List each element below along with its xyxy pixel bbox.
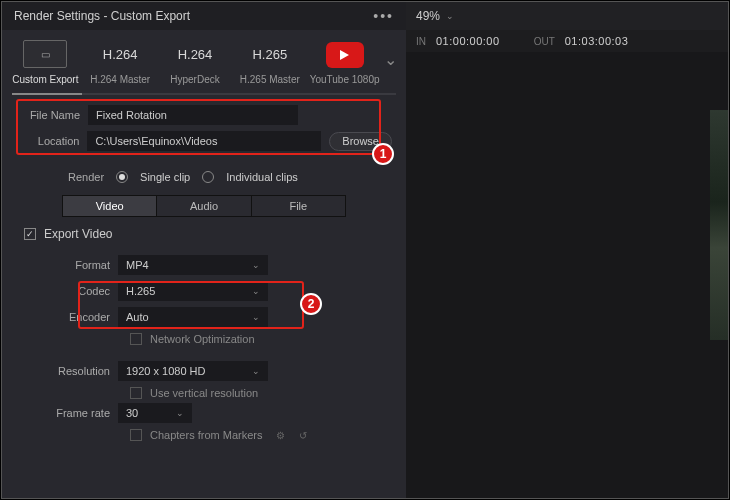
format-label: Format [16, 259, 110, 271]
filename-input[interactable] [88, 105, 298, 125]
settings-tabs: Video Audio File [62, 195, 346, 217]
encoder-label: Encoder [16, 311, 110, 323]
framerate-select[interactable]: 30⌄ [118, 403, 192, 423]
tab-file[interactable]: File [252, 196, 345, 216]
render-settings-panel: Render Settings - Custom Export ••• ▭ Cu… [2, 2, 406, 498]
chevron-down-icon[interactable]: ⌄ [446, 11, 454, 21]
preset-chevron-icon[interactable]: ⌄ [382, 50, 400, 85]
tab-video[interactable]: Video [63, 196, 157, 216]
preset-h265-master[interactable]: H.265 H.265 Master [232, 40, 307, 85]
vertical-resolution-checkbox[interactable] [130, 387, 142, 399]
panel-title: Render Settings - Custom Export [14, 9, 190, 23]
timecode-row: IN 01:00:00:00 OUT 01:03:00:03 [406, 30, 728, 52]
resolution-label: Resolution [16, 365, 110, 377]
codec-select[interactable]: H.265⌄ [118, 281, 268, 301]
encoder-select[interactable]: Auto⌄ [118, 307, 268, 327]
annotation-callout-1: 1 [372, 143, 394, 165]
location-label: Location [16, 135, 79, 147]
gear-icon[interactable]: ⚙ [276, 430, 285, 441]
tab-audio[interactable]: Audio [157, 196, 251, 216]
more-options-icon[interactable]: ••• [373, 8, 394, 24]
radio-individual-clips[interactable] [202, 171, 214, 183]
preview-header: 49% ⌄ [406, 2, 728, 30]
film-icon: ▭ [23, 40, 67, 68]
resolution-select[interactable]: 1920 x 1080 HD⌄ [118, 361, 268, 381]
preset-custom-export[interactable]: ▭ Custom Export [8, 40, 83, 85]
preset-h264-master[interactable]: H.264 H.264 Master [83, 40, 158, 85]
timecode-in[interactable]: 01:00:00:00 [436, 35, 500, 47]
youtube-icon [326, 42, 364, 68]
preset-hyperdeck[interactable]: H.264 HyperDeck [158, 40, 233, 85]
chevron-down-icon: ⌄ [176, 408, 184, 418]
export-video-checkbox[interactable] [24, 228, 36, 240]
annotation-callout-2: 2 [300, 293, 322, 315]
panel-header: Render Settings - Custom Export ••• [2, 2, 406, 30]
chevron-down-icon: ⌄ [252, 286, 260, 296]
chapters-checkbox[interactable] [130, 429, 142, 441]
render-label: Render [68, 171, 104, 183]
video-preview[interactable] [406, 52, 728, 498]
chevron-down-icon: ⌄ [252, 312, 260, 322]
timecode-out[interactable]: 01:03:00:03 [565, 35, 629, 47]
preset-youtube[interactable]: YouTube 1080p [307, 42, 382, 85]
preset-row: ▭ Custom Export H.264 H.264 Master H.264… [2, 30, 406, 89]
location-input[interactable] [87, 131, 321, 151]
reset-icon[interactable]: ↺ [299, 430, 307, 441]
radio-single-clip[interactable] [116, 171, 128, 183]
chevron-down-icon: ⌄ [252, 366, 260, 376]
codec-label: Codec [16, 285, 110, 297]
chevron-down-icon: ⌄ [252, 260, 260, 270]
video-thumbnail [710, 110, 728, 340]
zoom-level[interactable]: 49% [416, 9, 440, 23]
framerate-label: Frame rate [16, 407, 110, 419]
preview-panel: 49% ⌄ IN 01:00:00:00 OUT 01:03:00:03 [406, 2, 728, 498]
format-select[interactable]: MP4⌄ [118, 255, 268, 275]
network-optimization-checkbox[interactable] [130, 333, 142, 345]
filename-label: File Name [16, 109, 80, 121]
